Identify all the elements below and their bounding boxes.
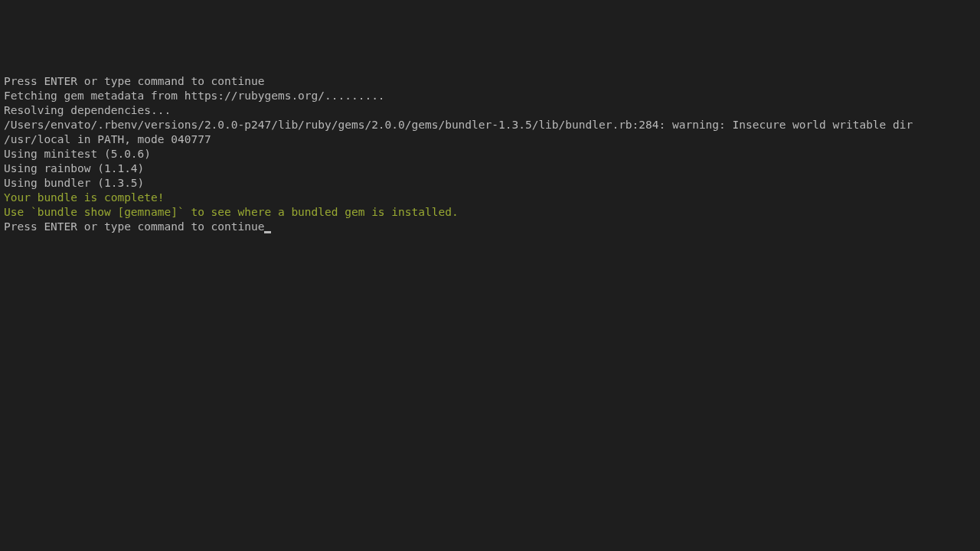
terminal-prompt-line[interactable]: Press ENTER or type command to continue	[4, 220, 271, 233]
terminal-line: Fetching gem metadata from https://rubyg…	[4, 89, 976, 103]
terminal-line: Press ENTER or type command to continue	[4, 74, 976, 89]
terminal-success-line: Your bundle is complete!	[4, 191, 976, 205]
terminal-line: Using minitest (5.0.6)	[4, 147, 976, 161]
terminal-line: Using bundler (1.3.5)	[4, 176, 976, 191]
terminal-line: Resolving dependencies...	[4, 103, 976, 118]
terminal-success-line: Use `bundle show [gemname]` to see where…	[4, 205, 976, 220]
terminal-line: /Users/envato/.rbenv/versions/2.0.0-p247…	[4, 118, 976, 147]
terminal-output[interactable]: Press ENTER or type command to continueF…	[4, 74, 976, 234]
terminal-prompt-text: Press ENTER or type command to continue	[4, 220, 264, 233]
terminal-line: Using rainbow (1.1.4)	[4, 161, 976, 176]
cursor-icon	[264, 231, 271, 233]
